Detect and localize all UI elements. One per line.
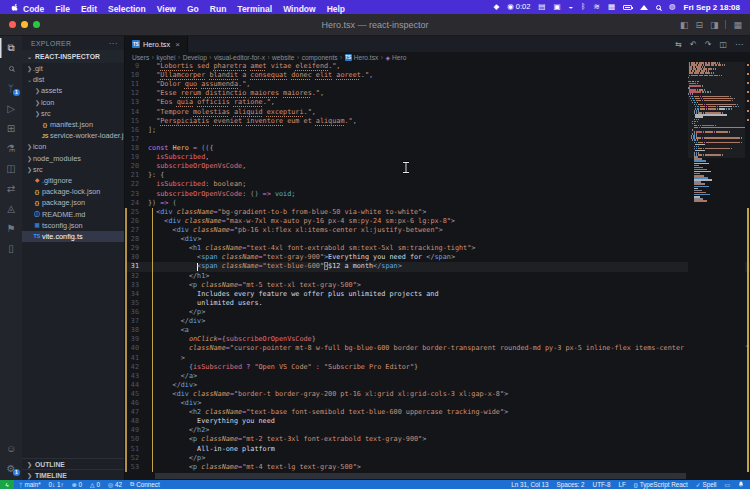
go-forward-icon[interactable]: ↷ bbox=[705, 40, 712, 49]
code-line-23[interactable]: 23 subscribeOrOpenVsCode: () => void; bbox=[125, 190, 750, 199]
menu-run[interactable]: Run bbox=[210, 4, 227, 14]
code-line-30[interactable]: 30 <span className="text-gray-900">Every… bbox=[125, 253, 750, 262]
go-back-icon[interactable]: ↶ bbox=[690, 40, 697, 49]
status-errors[interactable]: ⊗0 bbox=[72, 481, 82, 488]
code-line-33[interactable]: 33 <p className="mt-5 text-xl text-gray-… bbox=[125, 281, 750, 290]
minimize-window-button[interactable] bbox=[21, 21, 28, 28]
split-editor-icon[interactable]: ◫ bbox=[719, 40, 727, 49]
activity-live-share[interactable]: ◬ bbox=[0, 198, 22, 218]
code-line-28[interactable]: 28 <div> bbox=[125, 235, 750, 244]
code-line-42[interactable]: 42 {isSubscribed ? "Open VS Code" : "Sub… bbox=[125, 363, 750, 372]
code-line-15[interactable]: 15 "Perspiciatis eveniet inventore eum e… bbox=[125, 117, 750, 126]
code-line-39[interactable]: 39 onClick={subscribeOrOpenVsCode} bbox=[125, 335, 750, 344]
zoom-window-button[interactable] bbox=[33, 21, 40, 28]
code-line-17[interactable]: 17 bbox=[125, 135, 750, 144]
code-line-22[interactable]: 22 isSubscribed: boolean; bbox=[125, 180, 750, 189]
menu-go[interactable]: Go bbox=[187, 4, 199, 14]
code-line-13[interactable]: 13 "Eos quia officiis ratione.", bbox=[125, 98, 750, 107]
menu-selection[interactable]: Selection bbox=[108, 4, 146, 14]
tree-item-icon[interactable]: ❯icon bbox=[22, 141, 124, 152]
code-line-34[interactable]: 34 Includes every feature we offer plus … bbox=[125, 290, 750, 299]
clipboard-icon[interactable]: ▤ bbox=[538, 0, 545, 14]
tree-item-service-worker-loader-js[interactable]: JSservice-worker-loader.js bbox=[22, 130, 124, 141]
tree-item-assets[interactable]: ❯assets bbox=[22, 85, 124, 96]
code-line-31[interactable]: 31 <span className="text-blue-600">$12 a… bbox=[125, 262, 750, 271]
code-line-29[interactable]: 29 <h1 className="text-4xl font-extrabol… bbox=[125, 244, 750, 253]
section-outline[interactable]: ❯OUTLINE bbox=[22, 458, 124, 469]
open-changes-icon[interactable]: ⇆ bbox=[675, 40, 682, 49]
code-line-44[interactable]: 44 </div> bbox=[125, 381, 750, 390]
activity-extensions[interactable]: ⊞ bbox=[0, 118, 22, 138]
status-language-mode[interactable]: {}TypeScript React bbox=[634, 481, 688, 488]
breadcrumb-item-website[interactable]: website bbox=[272, 54, 294, 61]
apple-logo-icon[interactable] bbox=[10, 3, 19, 12]
breadcrumb-item-hero[interactable]: ◈Hero bbox=[385, 54, 406, 61]
activity-bookmarks[interactable]: ⚑ bbox=[0, 218, 22, 238]
code-line-37[interactable]: 37 </div> bbox=[125, 317, 750, 326]
code-line-36[interactable]: 36 </p> bbox=[125, 308, 750, 317]
tree-item-readme-md[interactable]: ⓘREADME.md bbox=[22, 208, 124, 219]
remote-indicator[interactable]: ϟ bbox=[0, 480, 14, 489]
minimap[interactable] bbox=[688, 62, 745, 472]
bluetooth-icon[interactable]: ᛒ bbox=[581, 0, 586, 14]
workspace-section-header[interactable]: ⌄ REACT-INSPECTOR bbox=[22, 50, 124, 63]
status-spell-checker[interactable]: ✓Spell bbox=[696, 481, 717, 488]
face-icon[interactable]: ◒ bbox=[569, 0, 574, 14]
menu-file[interactable]: File bbox=[55, 4, 70, 14]
activity-accounts[interactable]: ☺ bbox=[0, 438, 22, 458]
code-line-50[interactable]: 50 <p className="mt-2 text-3xl font-extr… bbox=[125, 435, 750, 444]
code-line-18[interactable]: 18const Hero = (({ bbox=[125, 144, 750, 153]
code-line-46[interactable]: 46 <div> bbox=[125, 399, 750, 408]
tree-item-manifest-json[interactable]: {}manifest.json bbox=[22, 119, 124, 130]
activity-remote-explorer[interactable]: ⇄ bbox=[0, 178, 22, 198]
activity-testing[interactable]: ⚗ bbox=[0, 138, 22, 158]
code-line-10[interactable]: 10 "Ullamcorper blandit a consequat done… bbox=[125, 71, 750, 80]
section-timeline[interactable]: ❯TIMELINE bbox=[22, 469, 124, 480]
activity-source-control[interactable]: ᛘ1 bbox=[0, 78, 22, 98]
breadcrumb-item-visual-editor-for-x[interactable]: visual-editor-for-x bbox=[214, 54, 265, 61]
battery-icon[interactable] bbox=[623, 5, 632, 10]
code-line-48[interactable]: 48 Everything you need bbox=[125, 417, 750, 426]
shield-icon[interactable]: ◆ bbox=[493, 0, 499, 14]
status-connect[interactable]: ⧉Connect bbox=[130, 481, 160, 488]
more-actions-icon[interactable]: ⋯ bbox=[735, 40, 743, 49]
code-line-20[interactable]: 20 subscribeOrOpenVsCode, bbox=[125, 162, 750, 171]
code-line-45[interactable]: 45 <div className="border-t border-gray-… bbox=[125, 390, 750, 399]
activity-settings[interactable]: ⚙1 bbox=[0, 458, 22, 478]
menu-edit[interactable]: Edit bbox=[81, 4, 97, 14]
close-window-button[interactable] bbox=[9, 21, 16, 28]
code-line-24[interactable]: 24}) => ( bbox=[125, 199, 750, 208]
status-screencast[interactable]: ▭ bbox=[725, 482, 730, 488]
tree-item--git[interactable]: ❯.git bbox=[22, 63, 124, 74]
code-line-21[interactable]: 21}: { bbox=[125, 171, 750, 180]
code-line-32[interactable]: 32 </h1> bbox=[125, 272, 750, 281]
window-icon[interactable]: ▣ bbox=[553, 0, 560, 14]
breadcrumb-item-develop[interactable]: Develop bbox=[183, 54, 207, 61]
code-line-9[interactable]: 9 "Lobortis sed pharetra amet vitae elei… bbox=[125, 62, 750, 71]
status-cursor-position[interactable]: Ln 31, Col 13 bbox=[511, 481, 548, 488]
code-line-35[interactable]: 35 unlimited users. bbox=[125, 299, 750, 308]
code-line-11[interactable]: 11 "Dolor quo assumenda.", bbox=[125, 80, 750, 89]
tree-item-src[interactable]: ❯src bbox=[22, 164, 124, 175]
status-notifications[interactable] bbox=[738, 481, 744, 488]
status-encoding[interactable]: UTF-8 bbox=[593, 481, 611, 488]
tree-item-icon[interactable]: ❯icon bbox=[22, 97, 124, 108]
activity-docker[interactable]: ◫ bbox=[0, 158, 22, 178]
code-line-14[interactable]: 14 "Tempore molestias aliquid excepturi.… bbox=[125, 108, 750, 117]
code-line-49[interactable]: 49 </h2> bbox=[125, 426, 750, 435]
record-icon[interactable]: ◉0:02 bbox=[507, 0, 530, 14]
menu-terminal[interactable]: Terminal bbox=[237, 4, 272, 14]
activity-devices[interactable]: ▯ bbox=[0, 238, 22, 258]
code-line-38[interactable]: 38 <a bbox=[125, 326, 750, 335]
tree-item-package-json[interactable]: {}package.json bbox=[22, 197, 124, 208]
breadcrumb-item-users[interactable]: Users bbox=[132, 54, 149, 61]
code-line-41[interactable]: 41 > bbox=[125, 354, 750, 363]
user-switch-icon[interactable]: ◍ bbox=[669, 0, 676, 14]
menu-view[interactable]: View bbox=[157, 4, 176, 14]
status-count[interactable]: ◎42 bbox=[108, 481, 122, 488]
horizontal-scrollbar[interactable] bbox=[155, 473, 686, 479]
activity-search[interactable] bbox=[0, 58, 22, 78]
code-line-40[interactable]: 40 className="cursor-pointer mt-8 w-full… bbox=[125, 344, 750, 353]
code-area[interactable]: 9 "Lobortis sed pharetra amet vitae elei… bbox=[125, 62, 750, 480]
tree-item-vite-config-ts[interactable]: TSvite.config.ts bbox=[22, 231, 124, 242]
